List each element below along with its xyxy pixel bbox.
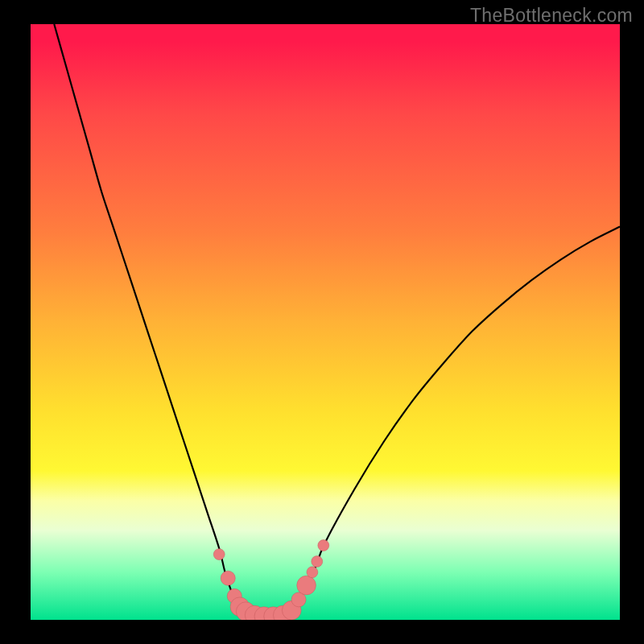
dots-right bbox=[282, 540, 328, 620]
dot-right-2 bbox=[297, 576, 316, 595]
curve-right bbox=[290, 227, 620, 614]
dot-left-1 bbox=[221, 571, 235, 585]
dot-left-0 bbox=[213, 549, 225, 560]
dot-right-3 bbox=[307, 567, 318, 578]
plot-area bbox=[31, 24, 620, 620]
dot-right-5 bbox=[318, 540, 329, 551]
chart-svg bbox=[31, 24, 620, 620]
chart-stage: TheBottleneck.com bbox=[0, 0, 644, 644]
dots-left bbox=[213, 549, 292, 620]
watermark-text: TheBottleneck.com bbox=[470, 5, 633, 27]
dot-right-4 bbox=[312, 556, 323, 568]
curve-left bbox=[54, 24, 242, 614]
